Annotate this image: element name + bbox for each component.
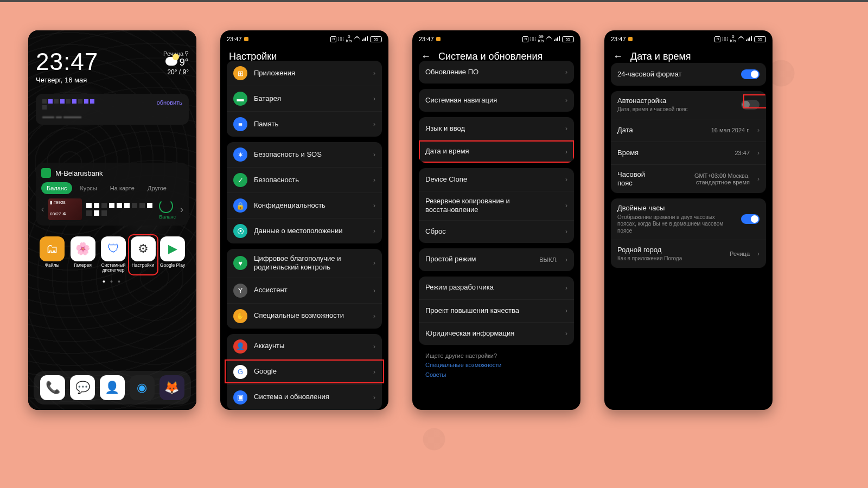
settings-row[interactable]: ✶Безопасность и SOS›	[227, 142, 382, 167]
row-icon: ✋	[233, 309, 247, 323]
bank-next[interactable]: ›	[180, 204, 183, 215]
bank-tabs: Баланс Курсы На карте Другое	[41, 182, 183, 194]
settings-row[interactable]: 👤Аккаунты›	[227, 334, 382, 359]
settings-row[interactable]: ≡Память›	[227, 111, 382, 137]
chevron-right-icon: ›	[373, 227, 375, 235]
row-label: Специальные возможности	[254, 311, 367, 320]
app-optimizer[interactable]: 🛡Системный диспетчер	[99, 236, 127, 273]
row-24h-format[interactable]: 24-часовой формат	[611, 63, 766, 86]
weather-temp: 9°	[180, 57, 189, 68]
settings-row[interactable]: ⊞Приложения›	[227, 61, 382, 86]
settings-row[interactable]: Резервное копирование и восстановление›	[419, 191, 574, 220]
dock-camera[interactable]: ◉	[130, 375, 155, 400]
row-time[interactable]: Время 23:47›	[611, 142, 766, 164]
suggestion-link[interactable]: Советы	[417, 370, 576, 380]
suggestion-link[interactable]: Специальные возможности	[417, 360, 576, 370]
weather-widget[interactable]: 9° 20° / 9°	[163, 57, 189, 76]
settings-row[interactable]: GGoogle›	[227, 359, 382, 384]
chevron-right-icon: ›	[565, 97, 567, 104]
settings-row[interactable]: Системная навигация›	[419, 89, 574, 112]
notification-dot-icon	[244, 37, 248, 41]
bank-tab-balance[interactable]: Баланс	[41, 182, 72, 194]
dock-phone[interactable]: 📞	[40, 375, 65, 400]
nfc-icon: N	[714, 36, 720, 42]
bank-tab-other[interactable]: Другое	[142, 182, 172, 194]
phone-system: 23:47 N⁞▯⁞69K/s55 ←Система и обновления …	[412, 30, 580, 410]
row-icon: ▬	[233, 92, 247, 106]
settings-row[interactable]: ✓Безопасность›	[227, 167, 382, 192]
chevron-right-icon: ›	[373, 176, 375, 184]
dock-firefox[interactable]: 🦊	[159, 375, 184, 400]
row-icon: ⊞	[233, 66, 247, 80]
dock-contacts[interactable]: 👤	[100, 375, 125, 400]
toggle-dual-clock[interactable]	[741, 214, 760, 224]
row-icon: ✓	[233, 173, 247, 187]
settings-row[interactable]: Простой режимВЫКЛ.›	[419, 248, 574, 271]
settings-row[interactable]: Обновление ПО›	[419, 61, 574, 84]
bank-tab-map[interactable]: На карте	[105, 182, 140, 194]
chevron-right-icon: ›	[565, 148, 567, 156]
vibrate-icon: ⁞▯⁞	[338, 36, 344, 42]
settings-row[interactable]: ✋Специальные возможности›	[227, 303, 382, 329]
toggle-auto-time[interactable]	[741, 100, 760, 110]
home-clock[interactable]: 23:47	[36, 50, 98, 74]
app-gallery[interactable]: 🌸Галерея	[69, 236, 97, 273]
status-bar: 23:47 N⁞▯⁞0K/s55	[220, 30, 388, 46]
chevron-right-icon: ›	[373, 202, 375, 209]
row-label: Безопасность и SOS	[254, 150, 367, 159]
pixel-widget[interactable]: обновить ▬▬ ▬ ▬▬▬	[36, 94, 189, 125]
row-label: Система и обновления	[254, 393, 367, 401]
settings-row[interactable]: Юридическая информация›	[419, 322, 574, 345]
toggle-24h[interactable]	[741, 69, 760, 79]
bank-widget[interactable]: M-Belarusbank Баланс Курсы На карте Друг…	[36, 163, 189, 226]
row-auto-time[interactable]: АвтонастройкаДата, время и часовой пояс	[611, 91, 766, 119]
vibrate-icon: ⁞▯⁞	[722, 36, 728, 42]
row-label: Память	[254, 120, 367, 129]
row-label: Приложения	[254, 69, 367, 78]
app-settings[interactable]: ⚙Настройки	[129, 235, 157, 274]
row-icon: 👤	[233, 339, 247, 354]
chevron-right-icon: ›	[373, 120, 375, 128]
dock-messages[interactable]: 💬	[70, 375, 95, 400]
row-dual-clock[interactable]: Двойные часыОтображение времени в двух ч…	[611, 198, 766, 240]
row-date-time[interactable]: Дата и время›	[419, 140, 574, 163]
settings-row[interactable]: ▣Система и обновления›	[227, 384, 382, 410]
settings-row[interactable]: ⦿Данные о местоположении›	[227, 218, 382, 243]
row-date[interactable]: Дата 16 мая 2024 г.›	[611, 119, 766, 142]
settings-row[interactable]: 🔒Конфиденциальность›	[227, 192, 382, 218]
refresh-icon[interactable]	[159, 199, 173, 213]
bank-tab-rates[interactable]: Курсы	[74, 182, 102, 194]
wifi-icon	[738, 36, 744, 42]
row-icon: Y	[233, 284, 247, 298]
chevron-right-icon: ›	[565, 202, 567, 209]
row-label: Безопасность	[254, 176, 367, 184]
row-icon: ✶	[233, 147, 247, 162]
row-label: Резервное копирование и восстановление	[425, 197, 559, 215]
phone-datetime: 23:47 N⁞▯⁞0K/s55 ←Дата и время 24-часово…	[604, 30, 773, 410]
settings-row[interactable]: Режим разработчика›	[419, 277, 574, 299]
row-home-city[interactable]: Родной городКак в приложении Погода Речи…	[611, 240, 766, 268]
row-timezone[interactable]: Часовой пояс GMT+03:00 Москва, стандартн…	[611, 164, 766, 194]
app-files[interactable]: 🗂Файлы	[38, 236, 66, 273]
page-indicator: ● ● ●	[36, 279, 189, 284]
widget-refresh[interactable]: обновить	[157, 99, 182, 106]
settings-row[interactable]: YАссистент›	[227, 278, 382, 303]
row-label: Device Clone	[425, 175, 559, 184]
settings-row[interactable]: Device Clone›	[419, 168, 574, 191]
chevron-right-icon: ›	[373, 287, 375, 294]
nfc-icon: N	[330, 36, 336, 42]
settings-row[interactable]: Сброс›	[419, 220, 574, 243]
settings-row[interactable]: ▬Батарея›	[227, 86, 382, 111]
bank-card[interactable]: ▮ #9928 03/27 ✲	[48, 198, 82, 220]
app-play[interactable]: ▶Google Play	[158, 236, 187, 273]
bank-prev[interactable]: ‹	[41, 204, 44, 214]
settings-row[interactable]: Язык и ввод›	[419, 117, 574, 140]
row-icon: ≡	[233, 117, 247, 131]
row-icon: ♥	[233, 256, 247, 270]
settings-row[interactable]: Проект повышения качества›	[419, 299, 574, 322]
row-label: Сброс	[425, 227, 559, 236]
settings-row[interactable]: ♥Цифровое благополучие и родительский ко…	[227, 249, 382, 278]
chevron-right-icon: ›	[373, 69, 375, 77]
pixel-art-icon	[42, 99, 97, 110]
row-label: Системная навигация	[425, 96, 559, 105]
